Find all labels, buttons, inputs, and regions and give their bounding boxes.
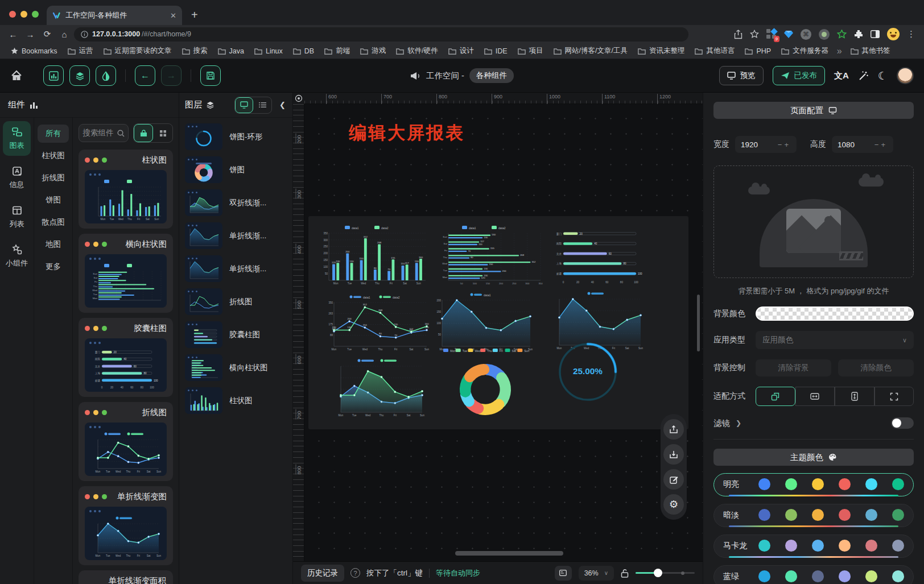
bookmark-item[interactable]: 其他书签	[847, 44, 894, 57]
layers-thumbnail-view-button[interactable]	[235, 97, 253, 113]
grid-view-button[interactable]	[153, 124, 172, 142]
theme-color-dot[interactable]	[785, 509, 797, 521]
filter-toggle[interactable]	[891, 417, 914, 429]
lock-icon[interactable]	[621, 569, 629, 578]
layer-item[interactable]: 柱状图	[185, 387, 287, 414]
canvas-body[interactable]: 编辑大屏报表 data1data250100150200250300350120…	[304, 104, 703, 561]
profile-avatar[interactable]	[887, 28, 900, 40]
dashboard-widget-bar-grouped[interactable]: data1data2501001502002503003501202001508…	[319, 222, 428, 287]
width-stepper[interactable]: −+	[778, 140, 791, 149]
dashboard-widget-capsule[interactable]: 厦门20南阳40北京60上海80新疆100020406080100	[550, 224, 647, 285]
bookmark-star-icon[interactable]	[750, 30, 759, 39]
layer-item[interactable]: 单折线渐...	[185, 255, 287, 282]
height-input[interactable]: 1080−+	[832, 136, 893, 153]
theme-color-dot[interactable]	[839, 478, 851, 490]
preview-button[interactable]: 预览	[719, 66, 764, 85]
layer-item[interactable]: 横向柱状图	[185, 354, 287, 381]
sidebar-item-list[interactable]: 列表	[3, 200, 31, 234]
minimize-window-button[interactable]	[20, 11, 27, 18]
category-item[interactable]: 折线图	[38, 169, 69, 187]
theme-color-dot[interactable]	[865, 540, 877, 552]
theme-color-dot[interactable]	[892, 478, 904, 490]
theme-color-dot[interactable]	[865, 509, 877, 521]
dashboard-widget-line-dual[interactable]: data1data2881752633501202001508070110130…	[324, 291, 431, 353]
component-card[interactable]: 柱状图MonTueWedThuFriSatSun	[79, 150, 173, 229]
theme-color-dot[interactable]	[839, 540, 851, 552]
save-button[interactable]	[200, 65, 221, 86]
theme-color-dot[interactable]	[758, 509, 770, 521]
category-item[interactable]: 散点图	[38, 213, 69, 231]
bookmark-item[interactable]: 文件服务器	[777, 44, 832, 57]
layer-item[interactable]: 单折线渐...	[185, 222, 287, 249]
bookmarks-overflow-icon[interactable]: »	[835, 46, 844, 56]
theme-color-dot[interactable]	[812, 478, 824, 490]
theme-color-dot[interactable]	[785, 570, 797, 582]
theme-color-dot[interactable]	[758, 570, 770, 582]
bookmark-item[interactable]: IDE	[480, 45, 512, 57]
category-item[interactable]: 柱状图	[38, 147, 69, 165]
bookmark-item[interactable]: 运营	[64, 44, 97, 57]
zoom-select[interactable]: 36%∨	[579, 566, 614, 581]
horizontal-scrollbar[interactable]	[455, 551, 563, 556]
app-type-select[interactable]: 应用颜色∨	[756, 331, 914, 349]
zoom-slider-knob[interactable]	[654, 569, 662, 577]
close-window-button[interactable]	[9, 11, 16, 18]
bookmark-item[interactable]: Linux	[250, 45, 287, 57]
component-card[interactable]: 折线图MonTueWedThuFriSatSun	[79, 402, 173, 481]
component-card[interactable]: 胶囊柱图厦门20南阳40北京60上海80新疆100020406080100	[79, 318, 173, 397]
category-item[interactable]: 地图	[38, 235, 69, 254]
canvas-title-text[interactable]: 编辑大屏报表	[349, 121, 465, 145]
theme-color-dot[interactable]	[892, 540, 904, 552]
layers-list-view-button[interactable]	[253, 97, 271, 113]
maximize-window-button[interactable]	[32, 11, 39, 18]
chevron-right-icon[interactable]: ❯	[736, 419, 741, 427]
dashboard-widget-area-dual[interactable]: MonTueWedThuFriSatSun	[331, 355, 427, 419]
browser-tab[interactable]: 工作空间-各种组件 ✕	[47, 6, 182, 25]
dashboard-widget-donut[interactable]: MonTueWedThuFriSatSun	[439, 345, 531, 421]
theme-color-dot[interactable]	[892, 570, 904, 582]
dot-extension-icon[interactable]	[819, 29, 830, 40]
clear-background-button[interactable]: 清除背景	[756, 359, 831, 376]
forward-icon[interactable]: →	[23, 30, 38, 39]
history-button[interactable]: 历史记录	[301, 565, 344, 582]
user-avatar[interactable]	[897, 67, 914, 84]
magic-wand-icon[interactable]	[858, 71, 869, 81]
bookmark-item[interactable]: 项目	[514, 44, 547, 57]
fit-stretch-button[interactable]	[874, 387, 914, 406]
theme-color-dot[interactable]	[812, 509, 824, 521]
fit-width-button[interactable]	[795, 387, 835, 406]
search-input[interactable]: 搜索组件	[79, 124, 129, 142]
home-icon[interactable]: ⌂	[57, 30, 72, 39]
bookmark-item[interactable]: 其他语言	[691, 44, 739, 57]
site-info-icon[interactable]	[81, 31, 88, 38]
layer-item[interactable]: 胶囊柱图	[185, 321, 287, 348]
bookmark-item[interactable]: 网站/博客/文章/工具	[550, 44, 632, 57]
bookmark-item[interactable]: 搜索	[178, 44, 212, 57]
theme-color-dot[interactable]	[785, 478, 797, 490]
star-extension-icon[interactable]	[837, 30, 847, 39]
extension-badge-icon[interactable]: 9	[766, 29, 777, 39]
theme-color-dot[interactable]	[865, 478, 877, 490]
dashboard-widget-line-single[interactable]: data150100150200MonTueWedThuFriSatSun	[432, 289, 535, 353]
bookmark-item[interactable]: 前端	[320, 44, 354, 57]
layer-item[interactable]: 折线图	[185, 288, 287, 315]
zoom-slider[interactable]	[636, 572, 695, 574]
translate-icon[interactable]: 文A	[834, 71, 849, 81]
background-upload-area[interactable]	[713, 165, 914, 278]
theme-color-dot[interactable]	[758, 478, 770, 490]
redo-button[interactable]: →	[161, 65, 182, 86]
help-icon[interactable]: ?	[350, 568, 360, 578]
back-icon[interactable]: ←	[6, 30, 20, 39]
bg-color-swatch[interactable]	[756, 307, 914, 321]
dashboard-panel[interactable]: data1data2501001502002503003501202001508…	[308, 216, 688, 429]
url-bar[interactable]: 127.0.0.1:3000/#/chart/home/9	[74, 27, 688, 42]
ruler-corner[interactable]	[293, 93, 304, 104]
theme-color-dot[interactable]	[865, 570, 877, 582]
clear-color-button[interactable]: 清除颜色	[838, 359, 914, 376]
settings-button[interactable]: ⚙	[663, 494, 684, 515]
components-panel-toggle-button[interactable]	[43, 65, 64, 86]
component-card[interactable]: 横向柱状图MonTueWedThuFriSatSun	[79, 234, 173, 313]
bookmark-item[interactable]: 资讯未整理	[634, 44, 689, 57]
theme-row-蓝绿[interactable]: 蓝绿	[713, 565, 914, 584]
dashboard-widget-hbar-grouped[interactable]: data1data2501001502002503003501202001508…	[438, 222, 543, 287]
